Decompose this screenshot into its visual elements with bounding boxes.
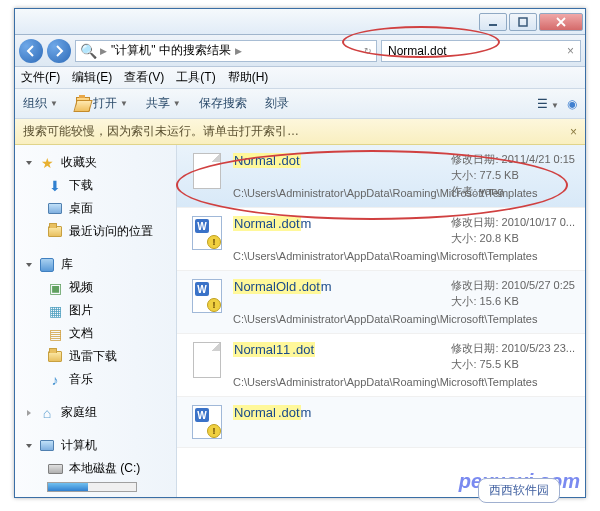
result-title: Normal.dotm bbox=[233, 216, 311, 231]
folder-icon bbox=[47, 349, 63, 365]
maximize-button[interactable] bbox=[509, 13, 537, 31]
mod-date-label: 修改日期: bbox=[451, 216, 498, 228]
search-result-item[interactable]: Normal.dotC:\Users\Administrator\AppData… bbox=[177, 145, 585, 208]
result-icon bbox=[189, 214, 225, 250]
navbar: 🔍 ▶ "计算机" 中的搜索结果 ▶ ↻ × bbox=[15, 35, 585, 67]
chevron-down-icon: ▼ bbox=[173, 99, 181, 108]
download-icon: ⬇ bbox=[47, 178, 63, 194]
nav-computer[interactable]: 计算机 bbox=[15, 434, 176, 457]
disk-usage-bar bbox=[47, 482, 137, 492]
video-icon: ▣ bbox=[47, 280, 63, 296]
nav-pictures[interactable]: ▦图片 bbox=[15, 299, 176, 322]
svg-rect-1 bbox=[519, 18, 527, 26]
close-button[interactable] bbox=[539, 13, 583, 31]
forward-button[interactable] bbox=[47, 39, 71, 63]
nav-documents[interactable]: ▤文档 bbox=[15, 322, 176, 345]
document-file-icon bbox=[193, 153, 221, 189]
chevron-right-icon: ▶ bbox=[235, 46, 242, 56]
result-title: Normal.dotm bbox=[233, 405, 311, 420]
nav-downloads[interactable]: ⬇下载 bbox=[15, 174, 176, 197]
size-label: 大小: bbox=[451, 358, 476, 370]
attribution-bubble: 西西软件园 bbox=[478, 478, 560, 503]
search-input[interactable] bbox=[388, 44, 567, 58]
search-result-item[interactable]: NormalOld.dotmC:\Users\Administrator\App… bbox=[177, 271, 585, 334]
nav-favorites[interactable]: ★收藏夹 bbox=[15, 151, 176, 174]
menu-help[interactable]: 帮助(H) bbox=[228, 69, 269, 86]
search-result-item[interactable]: Normal.dotmC:\Users\Administrator\AppDat… bbox=[177, 208, 585, 271]
search-result-item[interactable]: Normal.dotm bbox=[177, 397, 585, 448]
search-icon: 🔍 bbox=[80, 43, 96, 59]
result-icon bbox=[189, 151, 225, 187]
result-title: Normal.dot bbox=[233, 153, 301, 168]
mod-date-label: 修改日期: bbox=[451, 153, 498, 165]
chevron-down-icon: ▼ bbox=[50, 99, 58, 108]
save-search-button[interactable]: 保存搜索 bbox=[199, 95, 247, 112]
result-metadata: 修改日期: 2010/5/23 23...大小: 75.5 KB bbox=[451, 340, 575, 372]
result-metadata: 修改日期: 2010/10/17 0...大小: 20.8 KB bbox=[451, 214, 575, 246]
content-area: ★收藏夹 ⬇下载 桌面 最近访问的位置 库 ▣视频 ▦图片 ▤文档 迅雷下载 ♪… bbox=[15, 145, 585, 497]
clear-search-icon[interactable]: × bbox=[567, 44, 574, 58]
mod-date-label: 修改日期: bbox=[451, 279, 498, 291]
result-path: C:\Users\Administrator\AppData\Roaming\M… bbox=[233, 313, 577, 325]
homegroup-icon: ⌂ bbox=[39, 405, 55, 421]
menu-tools[interactable]: 工具(T) bbox=[176, 69, 215, 86]
result-icon bbox=[189, 340, 225, 376]
document-file-icon bbox=[193, 342, 221, 378]
nav-homegroup[interactable]: ⌂家庭组 bbox=[15, 401, 176, 424]
nav-localdisk[interactable]: 本地磁盘 (C:) bbox=[15, 457, 176, 480]
result-body: Normal.dotm bbox=[233, 403, 577, 439]
help-icon[interactable]: ◉ bbox=[567, 97, 577, 111]
burn-button[interactable]: 刻录 bbox=[265, 95, 289, 112]
share-button[interactable]: 共享 ▼ bbox=[146, 95, 181, 112]
mod-date-label: 修改日期: bbox=[451, 342, 498, 354]
menu-file[interactable]: 文件(F) bbox=[21, 69, 60, 86]
pictures-icon: ▦ bbox=[47, 303, 63, 319]
menubar: 文件(F) 编辑(E) 查看(V) 工具(T) 帮助(H) bbox=[15, 67, 585, 89]
minimize-button[interactable] bbox=[479, 13, 507, 31]
close-warning-icon[interactable]: × bbox=[570, 125, 577, 139]
menu-edit[interactable]: 编辑(E) bbox=[72, 69, 112, 86]
results-list: Normal.dotC:\Users\Administrator\AppData… bbox=[177, 145, 585, 497]
explorer-window: 🔍 ▶ "计算机" 中的搜索结果 ▶ ↻ × 文件(F) 编辑(E) 查看(V)… bbox=[14, 8, 586, 498]
recent-icon bbox=[47, 224, 63, 240]
nav-music[interactable]: ♪音乐 bbox=[15, 368, 176, 391]
result-path: C:\Users\Administrator\AppData\Roaming\M… bbox=[233, 250, 577, 262]
refresh-icon[interactable]: ↻ bbox=[364, 46, 372, 56]
size-label: 大小: bbox=[451, 169, 476, 181]
documents-icon: ▤ bbox=[47, 326, 63, 342]
warning-text[interactable]: 搜索可能较慢，因为索引未运行。请单击打开索引… bbox=[23, 123, 299, 140]
result-path: C:\Users\Administrator\AppData\Roaming\M… bbox=[233, 376, 577, 388]
menu-view[interactable]: 查看(V) bbox=[124, 69, 164, 86]
svg-rect-0 bbox=[489, 24, 497, 26]
result-icon bbox=[189, 403, 225, 439]
view-options-icon[interactable]: ☰ ▼ bbox=[537, 97, 559, 111]
result-title: Normal11.dot bbox=[233, 342, 315, 357]
search-result-item[interactable]: Normal11.dotC:\Users\Administrator\AppDa… bbox=[177, 334, 585, 397]
nav-libraries[interactable]: 库 bbox=[15, 253, 176, 276]
chevron-down-icon: ▼ bbox=[120, 99, 128, 108]
star-icon: ★ bbox=[39, 155, 55, 171]
word-file-icon bbox=[192, 405, 222, 439]
nav-xunlei[interactable]: 迅雷下载 bbox=[15, 345, 176, 368]
nav-videos[interactable]: ▣视频 bbox=[15, 276, 176, 299]
nav-recent[interactable]: 最近访问的位置 bbox=[15, 220, 176, 243]
breadcrumb-text: "计算机" 中的搜索结果 bbox=[111, 42, 231, 59]
search-box[interactable]: × bbox=[381, 40, 581, 62]
computer-icon bbox=[39, 438, 55, 454]
organize-button[interactable]: 组织 ▼ bbox=[23, 95, 58, 112]
warning-bar: 搜索可能较慢，因为索引未运行。请单击打开索引… × bbox=[15, 119, 585, 145]
chevron-right-icon: ▶ bbox=[100, 46, 107, 56]
size-label: 大小: bbox=[451, 295, 476, 307]
back-button[interactable] bbox=[19, 39, 43, 63]
result-icon bbox=[189, 277, 225, 313]
desktop-icon bbox=[47, 201, 63, 217]
libraries-icon bbox=[39, 257, 55, 273]
word-file-icon bbox=[192, 279, 222, 313]
breadcrumb[interactable]: 🔍 ▶ "计算机" 中的搜索结果 ▶ ↻ bbox=[75, 40, 377, 62]
result-metadata: 修改日期: 2011/4/21 0:15大小: 77.5 KB作者: yang bbox=[451, 151, 575, 199]
nav-desktop[interactable]: 桌面 bbox=[15, 197, 176, 220]
navigation-pane: ★收藏夹 ⬇下载 桌面 最近访问的位置 库 ▣视频 ▦图片 ▤文档 迅雷下载 ♪… bbox=[15, 145, 177, 497]
open-button[interactable]: 打开 ▼ bbox=[76, 95, 128, 112]
disk-icon bbox=[47, 461, 63, 477]
size-label: 大小: bbox=[451, 232, 476, 244]
